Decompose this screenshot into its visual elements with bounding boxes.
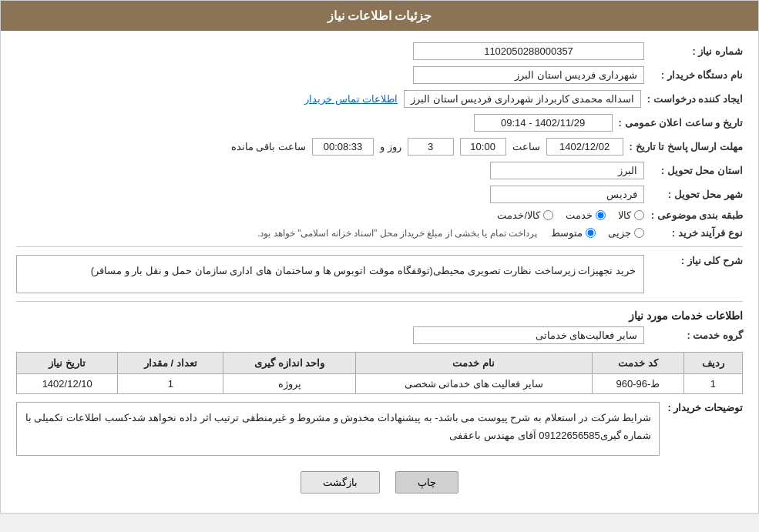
col-service-name: نام خدمت xyxy=(355,353,592,374)
service-group-label: گروه خدمت : xyxy=(650,330,743,341)
category-kala-label: کالا xyxy=(618,209,631,221)
deadline-time: 10:00 xyxy=(460,138,506,156)
page-title: جزئیات اطلاعات نیاز xyxy=(327,9,432,22)
cell-quantity: 1 xyxy=(118,374,223,394)
category-khedmat-label: خدمت xyxy=(566,209,593,221)
announce-label: تاریخ و ساعت اعلان عمومی : xyxy=(619,117,743,129)
org-name-label: نام دستگاه خریدار : xyxy=(650,69,743,81)
deadline-days-label: روز و xyxy=(380,141,401,152)
section-divider-1 xyxy=(16,246,743,247)
purchase-type-note: پرداخت تمام یا بخشی از مبلغ خریداز محل "… xyxy=(257,228,537,239)
back-button[interactable]: بازگشت xyxy=(301,471,380,494)
print-button[interactable]: چاپ xyxy=(395,471,458,494)
page-header: جزئیات اطلاعات نیاز xyxy=(1,1,758,31)
province-label: استان محل تحویل : xyxy=(650,165,743,176)
col-unit: واحد اندازه گیری xyxy=(223,353,355,374)
purchase-type-radio-group: جزیی متوسط xyxy=(551,227,644,239)
category-kala-khedmat-label: کالا/خدمت xyxy=(497,209,540,221)
category-option-khedmat[interactable]: خدمت xyxy=(566,209,606,221)
services-table-section: ردیف کد خدمت نام خدمت واحد اندازه گیری ت… xyxy=(16,352,743,394)
action-buttons: چاپ بازگشت xyxy=(16,471,743,494)
province-value: البرز xyxy=(490,162,644,179)
cell-service-code: ط-96-960 xyxy=(592,374,683,394)
category-option-kala-khedmat[interactable]: کالا/خدمت xyxy=(497,209,553,221)
category-option-kala[interactable]: کالا xyxy=(618,209,644,221)
cell-unit: پروژه xyxy=(223,374,355,394)
announce-value: 1402/11/29 - 09:14 xyxy=(474,114,613,132)
creator-value: اسداله محمدی کاربرداز شهرداری فردیس استا… xyxy=(404,90,641,108)
services-table: ردیف کد خدمت نام خدمت واحد اندازه گیری ت… xyxy=(16,352,743,394)
cell-row: 1 xyxy=(683,374,742,394)
notes-label: توضیحات خریدار : xyxy=(667,402,743,413)
cell-service-name: سایر فعالیت های خدماتی شخصی xyxy=(355,374,592,394)
col-service-code: کد خدمت xyxy=(592,353,683,374)
city-label: شهر محل تحویل : xyxy=(650,189,743,200)
notes-section: توضیحات خریدار : شرایط شرکت در استعلام ب… xyxy=(16,402,743,456)
category-radio-kala-khedmat[interactable] xyxy=(543,210,553,220)
purchase-radio-motevaset[interactable] xyxy=(586,228,596,238)
category-radio-kala[interactable] xyxy=(634,210,644,220)
category-label: طبقه بندی موضوعی : xyxy=(650,209,743,221)
deadline-date: 1402/12/02 xyxy=(546,138,623,156)
org-name-value: شهرداری فردیس استان البرز xyxy=(413,66,644,84)
col-row: ردیف xyxy=(683,353,742,374)
notes-value: شرایط شرکت در استعلام به شرح پیوست می با… xyxy=(16,402,660,456)
need-description-label: شرح کلی نیاز : xyxy=(650,255,743,266)
purchase-type-motevaset[interactable]: متوسط xyxy=(551,227,596,239)
deadline-time-label: ساعت xyxy=(512,141,540,152)
city-value: فردیس xyxy=(490,186,644,203)
service-info-title: اطلاعات خدمات مورد نیاز xyxy=(16,309,743,322)
contact-link[interactable]: اطلاعات تماس خریدار xyxy=(304,93,398,105)
purchase-type-label: نوع فرآیند خرید : xyxy=(650,227,743,239)
deadline-remaining: 00:08:33 xyxy=(312,138,374,156)
need-number-label: شماره نیاز : xyxy=(650,45,743,57)
need-number-value: 1102050288000357 xyxy=(413,42,644,60)
purchase-type-jozi[interactable]: جزیی xyxy=(608,227,644,239)
purchase-radio-jozi[interactable] xyxy=(634,228,644,238)
service-group-value: سایر فعالیت‌های خدماتی xyxy=(413,326,644,344)
col-date: تاریخ نیاز xyxy=(17,353,118,374)
cell-date: 1402/12/10 xyxy=(17,374,118,394)
section-divider-2 xyxy=(16,301,743,302)
need-description-value: خرید تجهیزات زیرساخت نظارت تصویری محیطی(… xyxy=(16,255,644,293)
purchase-jozi-label: جزیی xyxy=(608,227,631,239)
deadline-days: 3 xyxy=(408,138,454,156)
category-radio-khedmat[interactable] xyxy=(596,210,606,220)
creator-label: ایجاد کننده درخواست : xyxy=(647,93,743,105)
deadline-label: مهلت ارسال پاسخ تا تاریخ : xyxy=(630,141,743,152)
category-radio-group: کالا خدمت کالا/خدمت xyxy=(497,209,644,221)
purchase-motevaset-label: متوسط xyxy=(551,227,583,239)
deadline-remaining-label: ساعت باقی مانده xyxy=(231,141,306,152)
col-quantity: تعداد / مقدار xyxy=(118,353,223,374)
table-row: 1 ط-96-960 سایر فعالیت های خدماتی شخصی پ… xyxy=(17,374,743,394)
